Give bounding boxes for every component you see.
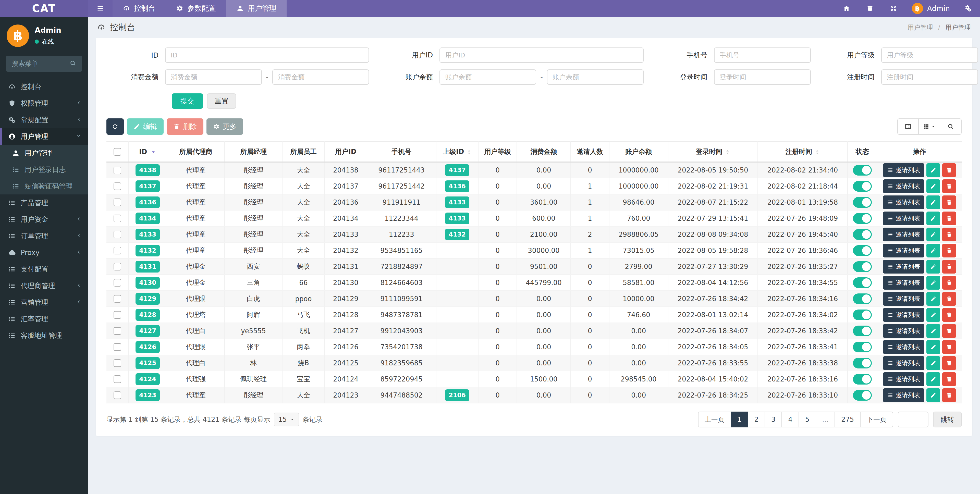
column-header-login[interactable]: 登录时间	[668, 141, 758, 162]
filter-input-user-level[interactable]	[881, 48, 978, 63]
pagination-next-button[interactable]: 下一页	[861, 411, 893, 427]
invite-list-button[interactable]: 邀请列表	[883, 372, 924, 386]
row-edit-button[interactable]	[926, 260, 940, 273]
select-all-checkbox[interactable]	[114, 148, 121, 156]
row-edit-button[interactable]	[926, 276, 940, 290]
status-toggle[interactable]	[853, 294, 872, 304]
row-edit-button[interactable]	[926, 340, 940, 354]
home-button[interactable]	[835, 0, 858, 17]
row-edit-button[interactable]	[926, 388, 940, 402]
status-toggle[interactable]	[853, 181, 872, 192]
navbar-item-params-config[interactable]: 参数配置	[165, 0, 226, 17]
row-delete-button[interactable]	[942, 276, 956, 290]
page-jump-button[interactable]: 跳转	[933, 411, 962, 427]
sidebar-item-exchange-rate[interactable]: 汇率管理	[0, 311, 88, 327]
row-checkbox[interactable]	[114, 311, 121, 319]
navbar-user-menu[interactable]: ฿ Admin	[905, 0, 956, 17]
row-delete-button[interactable]	[942, 356, 956, 370]
invite-list-button[interactable]: 邀请列表	[883, 388, 924, 402]
sidebar-item-proxy[interactable]: Proxy	[0, 244, 88, 261]
pagination-page-button[interactable]: 275	[835, 411, 861, 427]
pagination-page-button[interactable]: 3	[765, 411, 782, 427]
sidebar-item-order-management[interactable]: 订单管理	[0, 228, 88, 244]
row-delete-button[interactable]	[942, 163, 956, 177]
filter-input-user-id[interactable]	[439, 48, 643, 63]
filter-input-consume-amount-max[interactable]	[272, 70, 369, 85]
status-toggle[interactable]	[853, 277, 872, 288]
invite-list-button[interactable]: 邀请列表	[883, 195, 924, 209]
status-toggle[interactable]	[853, 165, 872, 176]
filter-input-account-balance-min[interactable]	[439, 70, 536, 85]
row-edit-button[interactable]	[926, 211, 940, 225]
invite-list-button[interactable]: 邀请列表	[883, 276, 924, 290]
row-delete-button[interactable]	[942, 260, 956, 273]
toggle-view-button[interactable]	[897, 118, 919, 135]
filter-input-phone[interactable]	[714, 48, 811, 63]
sidebar-item-general-config[interactable]: 常规配置	[0, 111, 88, 128]
invite-list-button[interactable]: 邀请列表	[883, 163, 924, 177]
row-delete-button[interactable]	[942, 179, 956, 193]
row-checkbox[interactable]	[114, 199, 121, 206]
row-edit-button[interactable]	[926, 324, 940, 338]
sidebar-item-user-funds[interactable]: 用户资金	[0, 211, 88, 228]
status-toggle[interactable]	[853, 374, 872, 384]
edit-button[interactable]: 编辑	[127, 118, 164, 135]
pagination-page-button[interactable]: 4	[782, 411, 799, 427]
row-checkbox[interactable]	[114, 391, 121, 399]
sidebar-subitem-sms-code-management[interactable]: 短信验证码管理	[0, 178, 88, 194]
refresh-button[interactable]	[107, 118, 124, 135]
status-toggle[interactable]	[853, 229, 872, 240]
invite-list-button[interactable]: 邀请列表	[883, 324, 924, 338]
row-edit-button[interactable]	[926, 372, 940, 386]
status-toggle[interactable]	[853, 358, 872, 369]
row-checkbox[interactable]	[114, 247, 121, 254]
invite-list-button[interactable]: 邀请列表	[883, 211, 924, 225]
more-button[interactable]: 更多	[207, 118, 243, 135]
row-delete-button[interactable]	[942, 244, 956, 257]
sidebar-item-dashboard[interactable]: 控制台	[0, 78, 88, 95]
row-edit-button[interactable]	[926, 292, 940, 306]
sidebar-item-payment-config[interactable]: 支付配置	[0, 261, 88, 277]
filter-input-login-time[interactable]	[714, 70, 811, 85]
invite-list-button[interactable]: 邀请列表	[883, 292, 924, 306]
submit-button[interactable]: 提交	[172, 94, 203, 109]
row-checkbox[interactable]	[114, 279, 121, 287]
invite-list-button[interactable]: 邀请列表	[883, 260, 924, 273]
column-header-parent-id[interactable]: 上级ID	[436, 141, 479, 162]
sidebar-toggle-button[interactable]	[88, 0, 113, 17]
invite-list-button[interactable]: 邀请列表	[883, 308, 924, 322]
status-toggle[interactable]	[853, 261, 872, 272]
row-delete-button[interactable]	[942, 211, 956, 225]
status-toggle[interactable]	[853, 245, 872, 256]
sidebar-item-user-management[interactable]: 用户管理	[0, 128, 88, 145]
breadcrumb-section[interactable]: 用户管理	[907, 24, 933, 31]
sidebar-item-product-management[interactable]: 产品管理	[0, 194, 88, 211]
invite-list-button[interactable]: 邀请列表	[883, 340, 924, 354]
fullscreen-button[interactable]	[882, 0, 905, 17]
column-header-reg[interactable]: 注册时间	[758, 141, 848, 162]
row-delete-button[interactable]	[942, 308, 956, 322]
brand-logo[interactable]: CAT	[0, 0, 88, 17]
pagination-page-button[interactable]: 5	[799, 411, 816, 427]
navbar-item-user-management[interactable]: 用户管理	[226, 0, 286, 17]
invite-list-button[interactable]: 邀请列表	[883, 179, 924, 193]
row-delete-button[interactable]	[942, 195, 956, 209]
toggle-search-button[interactable]	[940, 118, 962, 135]
filter-input-account-balance-max[interactable]	[547, 70, 644, 85]
row-checkbox[interactable]	[114, 375, 121, 383]
row-edit-button[interactable]	[926, 163, 940, 177]
row-edit-button[interactable]	[926, 244, 940, 257]
status-toggle[interactable]	[853, 197, 872, 208]
row-delete-button[interactable]	[942, 324, 956, 338]
status-toggle[interactable]	[853, 390, 872, 400]
sidebar-subitem-user-login-log[interactable]: 用户登录日志	[0, 161, 88, 178]
column-header-id[interactable]: ID	[128, 141, 167, 162]
row-delete-button[interactable]	[942, 372, 956, 386]
sidebar-item-service-address[interactable]: 客服地址管理	[0, 327, 88, 344]
row-checkbox[interactable]	[114, 214, 121, 222]
row-checkbox[interactable]	[114, 327, 121, 335]
status-toggle[interactable]	[853, 342, 872, 353]
page-jump-input[interactable]	[898, 411, 928, 427]
sidebar-subitem-user-management[interactable]: 用户管理	[0, 145, 88, 161]
sidebar-search-button[interactable]	[64, 56, 82, 72]
